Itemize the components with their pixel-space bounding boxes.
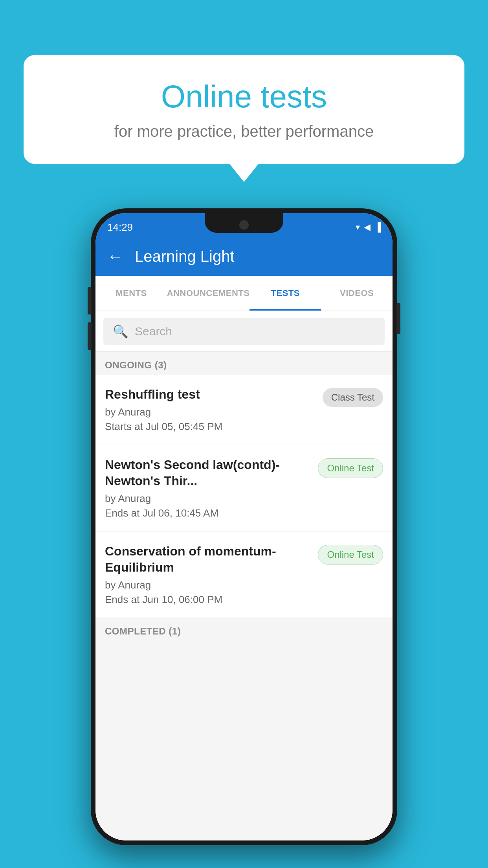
app-title: Learning Light: [135, 248, 235, 265]
volume-down-button-1[interactable]: [88, 287, 92, 314]
phone-frame: 14:29 ▾ ◀ ▐ ← Learning Light MENTS ANNOU…: [91, 208, 397, 845]
signal-icon: ◀: [364, 222, 371, 232]
status-icons: ▾ ◀ ▐: [356, 222, 381, 232]
phone-container: 14:29 ▾ ◀ ▐ ← Learning Light MENTS ANNOU…: [91, 208, 397, 845]
tab-bar: MENTS ANNOUNCEMENTS TESTS VIDEOS: [95, 276, 393, 311]
test-author-2: by Anurag: [105, 493, 310, 505]
search-icon: 🔍: [113, 324, 128, 339]
test-badge-1: Class Test: [323, 388, 383, 407]
test-date-1: Starts at Jul 05, 05:45 PM: [105, 421, 315, 433]
speech-bubble-subtitle: for more practice, better performance: [55, 123, 433, 140]
phone-notch: [205, 213, 283, 233]
volume-down-button-2[interactable]: [88, 322, 92, 350]
test-author-3: by Anurag: [105, 579, 310, 591]
search-bar[interactable]: 🔍 Search: [103, 318, 385, 345]
tab-tests[interactable]: TESTS: [250, 276, 321, 311]
test-item-2[interactable]: Newton's Second law(contd)-Newton's Thir…: [95, 445, 393, 531]
test-name-3: Conservation of momentum-Equilibrium: [105, 543, 310, 576]
test-info-2: Newton's Second law(contd)-Newton's Thir…: [105, 457, 310, 519]
test-date-3: Ends at Jun 10, 06:00 PM: [105, 594, 310, 606]
volume-up-button[interactable]: [396, 303, 400, 334]
test-item-3[interactable]: Conservation of momentum-Equilibrium by …: [95, 531, 393, 618]
test-item-1[interactable]: Reshuffling test by Anurag Starts at Jul…: [95, 375, 393, 445]
search-container: 🔍 Search: [95, 311, 393, 352]
battery-icon: ▐: [374, 222, 381, 232]
tab-videos[interactable]: VIDEOS: [321, 276, 393, 311]
test-badge-3: Online Test: [318, 545, 383, 565]
speech-bubble: Online tests for more practice, better p…: [24, 55, 464, 164]
test-date-2: Ends at Jul 06, 10:45 AM: [105, 507, 310, 519]
test-author-1: by Anurag: [105, 406, 315, 418]
test-info-3: Conservation of momentum-Equilibrium by …: [105, 543, 310, 606]
test-name-2: Newton's Second law(contd)-Newton's Thir…: [105, 457, 310, 489]
speech-bubble-container: Online tests for more practice, better p…: [24, 55, 464, 164]
test-info-1: Reshuffling test by Anurag Starts at Jul…: [105, 386, 315, 433]
test-name-1: Reshuffling test: [105, 386, 315, 403]
speech-bubble-title: Online tests: [55, 79, 433, 115]
tab-ments[interactable]: MENTS: [95, 276, 167, 311]
app-bar: ← Learning Light: [95, 237, 393, 276]
completed-section-header: COMPLETED (1): [95, 618, 393, 641]
search-placeholder: Search: [135, 325, 172, 338]
ongoing-section-header: ONGOING (3): [95, 352, 393, 375]
back-button[interactable]: ←: [107, 248, 123, 265]
tab-announcements[interactable]: ANNOUNCEMENTS: [167, 276, 250, 311]
wifi-icon: ▾: [356, 222, 360, 232]
content-area: 🔍 Search ONGOING (3) Reshuffling test by…: [95, 311, 393, 840]
phone-screen: 14:29 ▾ ◀ ▐ ← Learning Light MENTS ANNOU…: [95, 213, 393, 840]
phone-camera: [239, 220, 249, 230]
test-badge-2: Online Test: [318, 458, 383, 478]
